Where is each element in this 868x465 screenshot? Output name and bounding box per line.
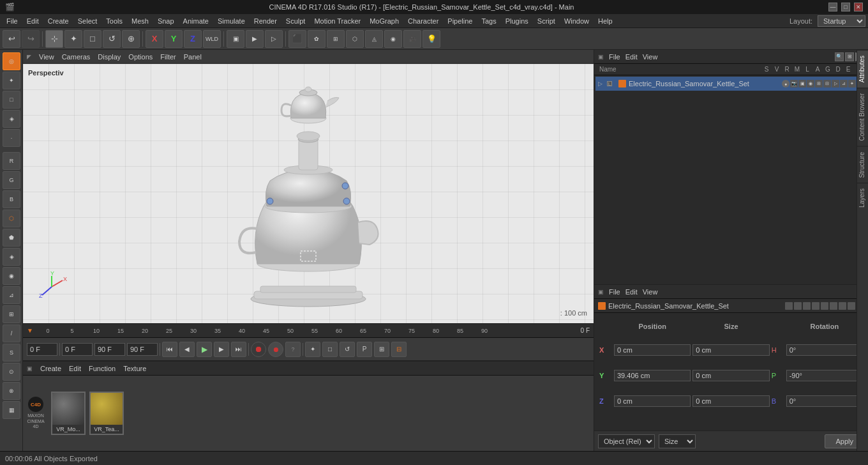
tool-9-button[interactable]: ⊞ bbox=[3, 305, 20, 323]
transform-tool-button[interactable]: ⊕ bbox=[122, 30, 140, 48]
menu-animate[interactable]: Animate bbox=[179, 16, 213, 26]
search-button[interactable]: 🔍 bbox=[835, 52, 844, 61]
close-button[interactable]: ✕ bbox=[854, 3, 863, 11]
layers-tab[interactable]: Layers bbox=[857, 183, 868, 213]
material-function-menu[interactable]: Function bbox=[89, 365, 116, 372]
rot-h-input[interactable] bbox=[786, 344, 863, 356]
size-y-input[interactable] bbox=[692, 370, 769, 381]
light-button[interactable]: 💡 bbox=[423, 30, 440, 48]
menu-simulate[interactable]: Simulate bbox=[214, 16, 249, 26]
goto-start-button[interactable]: ⏮ bbox=[162, 342, 177, 357]
icon-5[interactable]: ▷ bbox=[832, 80, 839, 88]
menu-edit[interactable]: Edit bbox=[23, 16, 43, 26]
record-button[interactable]: ⏺ bbox=[251, 342, 266, 357]
viewport[interactable]: Perspectiv X Y Z : 100 cm bbox=[23, 64, 594, 323]
icon-6[interactable]: ⊿ bbox=[840, 80, 848, 88]
objects-file-menu[interactable]: File bbox=[609, 53, 620, 61]
material-edit-menu[interactable]: Edit bbox=[69, 365, 81, 372]
tool-1-button[interactable]: R bbox=[3, 152, 20, 170]
viewport-expand-icon[interactable]: ◤ bbox=[27, 54, 31, 60]
rot-b-input[interactable] bbox=[786, 395, 863, 407]
record-pos-button[interactable]: ? bbox=[285, 342, 301, 357]
timeline-keys-button[interactable]: ⊞ bbox=[374, 342, 389, 357]
attributes-tab[interactable]: Attributes bbox=[857, 50, 868, 88]
goto-end-button[interactable]: ⏭ bbox=[231, 342, 246, 357]
tool-2-button[interactable]: G bbox=[3, 171, 20, 189]
panel-menu[interactable]: Panel bbox=[184, 53, 202, 61]
structure-tab[interactable]: Structure bbox=[857, 146, 868, 183]
render-region-button[interactable]: ▣ bbox=[227, 30, 244, 48]
nurbs-button[interactable]: ⊞ bbox=[327, 30, 345, 48]
options-menu[interactable]: Options bbox=[128, 53, 153, 61]
render-view-button[interactable]: ▶ bbox=[246, 30, 264, 48]
point-edit-button[interactable]: · bbox=[3, 129, 20, 147]
material-swatch-1[interactable]: VR_Mo... bbox=[51, 392, 86, 435]
camera-button[interactable]: 🎥 bbox=[403, 30, 421, 48]
polygon-edit-button[interactable]: □ bbox=[3, 91, 20, 109]
pos-z-input[interactable] bbox=[614, 395, 691, 407]
move-tool-button[interactable]: ✦ bbox=[64, 30, 82, 48]
icon-4[interactable]: ⊟ bbox=[823, 80, 831, 88]
menu-render[interactable]: Render bbox=[250, 16, 281, 26]
next-frame-button[interactable]: ▶ bbox=[214, 342, 229, 357]
x-axis-button[interactable]: X bbox=[146, 30, 163, 48]
menu-tags[interactable]: Tags bbox=[477, 16, 500, 26]
cube-button[interactable]: ⬛ bbox=[288, 30, 306, 48]
tool-7-button[interactable]: ◉ bbox=[3, 267, 20, 285]
menu-motion-tracker[interactable]: Motion Tracker bbox=[310, 16, 364, 26]
end-frame-input[interactable] bbox=[94, 343, 125, 356]
icon-1[interactable]: ▣ bbox=[798, 80, 806, 88]
size-mode-select[interactable]: Size Scale bbox=[659, 434, 696, 448]
model-tool-button[interactable]: ⊹ bbox=[45, 30, 63, 48]
edge-edit-button[interactable]: ◈ bbox=[3, 110, 20, 128]
current-frame-input[interactable] bbox=[27, 343, 57, 356]
z-axis-button[interactable]: Z bbox=[184, 30, 202, 48]
mesh-edit-button[interactable]: ✦ bbox=[3, 72, 20, 89]
model-mode-button[interactable]: ◎ bbox=[3, 52, 20, 70]
expand-button[interactable]: ⊞ bbox=[845, 52, 854, 61]
tool-12-button[interactable]: ⊙ bbox=[3, 363, 20, 381]
menu-create[interactable]: Create bbox=[44, 16, 73, 26]
size-x-input[interactable] bbox=[692, 344, 769, 356]
icon-2[interactable]: ◉ bbox=[807, 80, 814, 88]
rotate-tool-button[interactable]: ↺ bbox=[103, 30, 121, 48]
material-texture-menu[interactable]: Texture bbox=[123, 365, 146, 372]
menu-mesh[interactable]: Mesh bbox=[128, 16, 153, 26]
menu-script[interactable]: Script bbox=[534, 16, 559, 26]
content-browser-tab[interactable]: Content Browser bbox=[857, 88, 868, 146]
deformer-button[interactable]: ⬡ bbox=[346, 30, 364, 48]
menu-tools[interactable]: Tools bbox=[102, 16, 126, 26]
undo-button[interactable]: ↩ bbox=[3, 30, 20, 48]
play-button[interactable]: ▶ bbox=[197, 342, 212, 357]
objects-view-menu[interactable]: View bbox=[643, 53, 658, 61]
menu-snap[interactable]: Snap bbox=[154, 16, 178, 26]
display-menu[interactable]: Display bbox=[98, 53, 121, 61]
tool-14-button[interactable]: ▦ bbox=[3, 401, 20, 419]
material-create-menu[interactable]: Create bbox=[40, 365, 61, 372]
attr-edit-menu[interactable]: Edit bbox=[625, 288, 638, 296]
traffic-light-icon[interactable]: ● bbox=[782, 80, 789, 88]
tool-4-button[interactable]: ⬡ bbox=[3, 210, 20, 227]
scale-tool-button[interactable]: □ bbox=[84, 30, 101, 48]
table-row[interactable]: ▷ L Electric_Russian_Samovar_Kettle_Set … bbox=[595, 77, 867, 91]
rot-p-input[interactable] bbox=[786, 370, 863, 381]
maximize-button[interactable]: □ bbox=[841, 3, 850, 11]
scene-button[interactable]: ◬ bbox=[365, 30, 383, 48]
coord-sys-select[interactable]: Object (Rel) World Object bbox=[598, 434, 655, 448]
minimize-button[interactable]: — bbox=[828, 3, 837, 11]
timeline-move-button[interactable]: ✦ bbox=[305, 342, 320, 357]
tool-10-button[interactable]: / bbox=[3, 324, 20, 342]
menu-sculpt[interactable]: Sculpt bbox=[282, 16, 310, 26]
world-axis-button[interactable]: WLD bbox=[203, 30, 221, 48]
objects-edit-menu[interactable]: Edit bbox=[625, 53, 638, 61]
redo-button[interactable]: ↪ bbox=[22, 30, 40, 48]
tool-11-button[interactable]: S bbox=[3, 344, 20, 362]
spline-button[interactable]: ✿ bbox=[308, 30, 326, 48]
attr-view-menu[interactable]: View bbox=[643, 288, 658, 296]
menu-pipeline[interactable]: Pipeline bbox=[444, 16, 476, 26]
menu-file[interactable]: File bbox=[3, 16, 22, 26]
menu-select[interactable]: Select bbox=[74, 16, 101, 26]
icon-7[interactable]: ✦ bbox=[848, 80, 856, 88]
auto-record-button[interactable]: ⏺ bbox=[268, 342, 283, 357]
prev-frame-button[interactable]: ◀ bbox=[179, 342, 195, 357]
